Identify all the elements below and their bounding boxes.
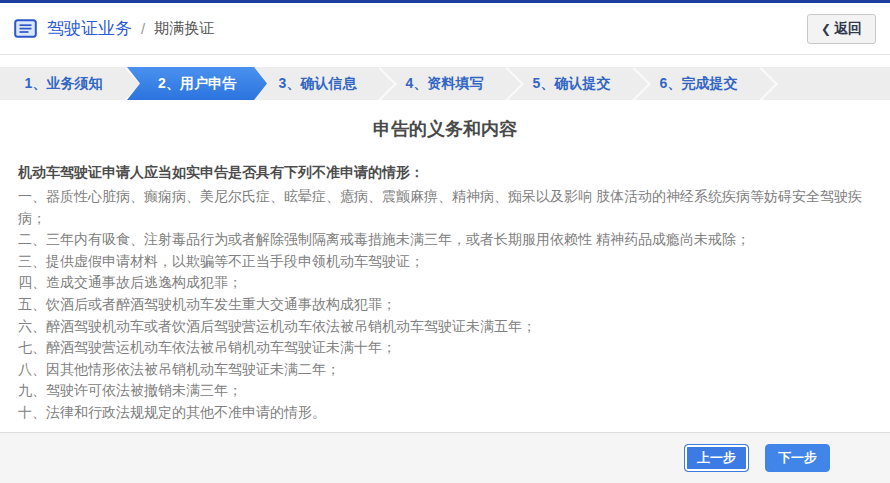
list-item: 二、三年内有吸食、注射毒品行为或者解除强制隔离戒毒措施未满三年，或者长期服用依赖… [18,229,872,251]
chevron-left-icon: ❮ [821,22,831,36]
header: 驾驶证业务 / 期满换证 ❮返回 [0,3,890,55]
back-button[interactable]: ❮返回 [807,14,876,44]
declaration-intro: 机动车驾驶证申请人应当如实申告是否具有下列不准申请的情形： [18,162,872,183]
list-item: 八、因其他情形依法被吊销机动车驾驶证未满二年； [18,359,872,381]
list-item: 三、提供虚假申请材料，以欺骗等不正当手段申领机动车驾驶证； [18,251,872,273]
step-2-user-declaration[interactable]: 2、用户申告 [127,67,267,100]
breadcrumb-separator: / [141,20,145,37]
page-title: 驾驶证业务 [47,17,132,40]
section-title: 申告的义务和内容 [18,117,872,141]
previous-step-button[interactable]: 上一步 [684,444,749,472]
list-item: 七、醉酒驾驶营运机动车依法被吊销机动车驾驶证未满十年； [18,337,872,359]
back-button-label: 返回 [834,20,862,36]
footer-action-bar: 上一步 下一步 [0,432,890,483]
step-6-complete-submit[interactable]: 6、完成提交 [635,67,762,100]
step-4-fill-materials[interactable]: 4、资料填写 [381,67,508,100]
list-item: 五、饮酒后或者醉酒驾驶机动车发生重大交通事故构成犯罪； [18,294,872,316]
breadcrumb-current: 期满换证 [154,19,214,38]
declaration-list: 一、器质性心脏病、癫痫病、美尼尔氏症、眩晕症、癔病、震颤麻痹、精神病、痴呆以及影… [18,186,872,424]
step-progress-bar: 1、业务须知 2、用户申告 3、确认信息 4、资料填写 5、确认提交 6、完成提… [0,67,890,100]
list-item: 十、法律和行政法规规定的其他不准申请的情形。 [18,402,872,424]
header-gap [0,55,890,67]
main-content: 申告的义务和内容 机动车驾驶证申请人应当如实申告是否具有下列不准申请的情形： 一… [0,117,890,452]
step-1-business-notice[interactable]: 1、业务须知 [0,67,127,100]
step-3-confirm-info[interactable]: 3、确认信息 [254,67,381,100]
document-list-icon [14,19,37,38]
next-step-button[interactable]: 下一步 [765,444,830,472]
list-item: 四、造成交通事故后逃逸构成犯罪； [18,272,872,294]
list-item: 九、驾驶许可依法被撤销未满三年； [18,380,872,402]
list-item: 一、器质性心脏病、癫痫病、美尼尔氏症、眩晕症、癔病、震颤麻痹、精神病、痴呆以及影… [18,186,872,229]
step-5-confirm-submit[interactable]: 5、确认提交 [508,67,635,100]
list-item: 六、醉酒驾驶机动车或者饮酒后驾驶营运机动车依法被吊销机动车驾驶证未满五年； [18,316,872,338]
